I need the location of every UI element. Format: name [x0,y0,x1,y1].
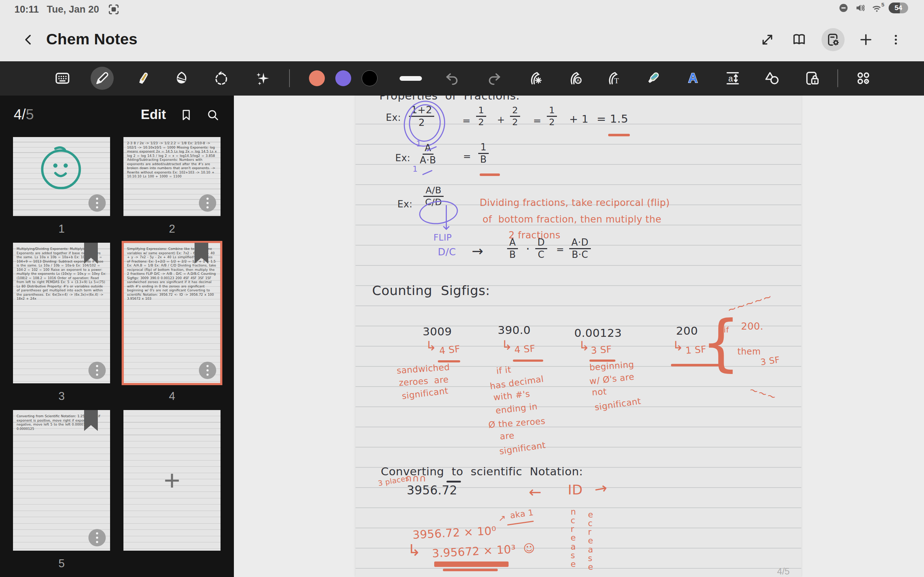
back-button[interactable] [17,28,40,51]
thumbnail-menu-button[interactable] [89,529,106,546]
ink-rule [480,174,500,176]
ink-text: Dividing fractions, take reciporcal (fli… [480,198,670,208]
toolbar-separator [837,69,838,87]
ink-text: them [737,347,761,356]
battery-percent: 54 [888,3,908,13]
ink-text: + [497,115,505,125]
ink-text: = [462,116,471,126]
undo-button[interactable] [440,67,464,90]
coral-color-dot [309,70,325,86]
ink-text: ~~~ [748,384,778,403]
ink-text: = 1.5 [597,113,628,125]
pen-toolbar: A T A [0,61,924,95]
ink-text: has decimal [489,375,544,391]
thumbnail-menu-button[interactable] [199,194,216,212]
redo-button[interactable] [483,67,506,90]
svg-text:A: A [688,71,698,85]
ink-text: 200. [741,321,763,331]
ink-rule [608,134,630,136]
svg-text:a: a [729,74,733,83]
ink-text: Counting Sigfigs: [372,284,490,298]
page-thumbnail-3[interactable]: Multiplying/Dividing Exponents: Multiply… [13,243,110,384]
ink-text: not [591,387,607,397]
ink-text: ↗ [498,514,506,523]
pen-color-black-swatch[interactable] [358,67,381,90]
ink-text: = [533,116,541,126]
page-thumbnail-1[interactable] [13,137,110,216]
thumbnail-menu-button[interactable] [89,362,106,379]
ink-text: 4 SF [439,344,461,356]
decorative-pen-button[interactable] [641,67,664,90]
search-pages-button[interactable] [204,106,221,124]
add-new-page-tile[interactable]: + [123,410,221,551]
more-menu-button[interactable] [884,28,908,51]
do-not-disturb-icon [838,3,849,13]
page-lock-button[interactable] [801,67,824,90]
ink-rule [507,521,534,525]
ink-text: significant [499,441,546,456]
keyboard-tool-button[interactable] [51,67,74,90]
ink-text: ∩∩∩ [405,474,426,483]
ai-assist-sparkles-button[interactable] [251,67,274,90]
ink-text: 3956.72 × 10⁰ [412,525,497,541]
page-thumbnail-5[interactable]: Converting from Scientific Notation: 1.2… [13,410,110,551]
ink-rule [446,481,461,482]
more-tools-button[interactable] [852,67,875,90]
page-thumbnail-2[interactable]: 2-3 8 / 2e -> 1/23 -> 1/2.2.2 = 1/8 Ex: … [123,137,221,216]
ink-text: zeroes are [399,375,449,388]
eraser-tool-button[interactable] [170,67,193,90]
thumbnail-menu-button[interactable] [199,362,216,379]
ink-text: 4 SF [514,344,536,355]
ink-text: ↳ [578,339,590,353]
ink-rule [443,569,498,571]
mute-vibrate-icon [855,3,866,13]
text-style-button[interactable]: A [682,67,704,90]
canvas-page-indicator: 4/5 [777,566,790,577]
notebook-page[interactable]: Properties of Fractions:Ex:1+22=12+22=12… [355,95,801,577]
screen-capture-icon [107,3,120,16]
reading-mode-button[interactable] [788,28,811,51]
ink-frac: 22 [510,106,520,127]
highlighter-tool-button[interactable] [131,67,154,90]
page-settings-button[interactable] [822,28,845,51]
ink-rule [434,561,509,567]
handwriting-to-text-button[interactable]: T [602,67,625,90]
toolbar-separator [289,69,290,87]
thumbnail-number: 3 [13,390,110,403]
bookmark-filter-button[interactable] [178,106,195,124]
thumbnail-menu-button[interactable] [89,194,106,212]
ink-text: ending in [495,402,538,416]
ink-text: 390.0 [498,324,531,336]
pen-tool-button[interactable] [90,67,114,90]
page-thumbnail-sidebar: 4/5 Edit 2-3 8 / 2e -> 1/23 -> 1/2.2.2 =… [0,95,234,577]
pen-color-coral-swatch[interactable] [305,67,328,90]
fullscreen-button[interactable] [756,28,779,51]
thumbnail-number: 4 [123,390,221,403]
stroke-width-button[interactable] [399,67,422,90]
status-bar: 10:11 Tue, Jan 20 [0,0,924,18]
svg-text:A: A [577,78,580,83]
ink-text: 3 SF [591,344,612,356]
ink-text: Ø the zeroes [488,417,546,430]
notes-app: 10:11 Tue, Jan 20 [0,0,924,577]
ink-frac: 12 [547,106,557,127]
page-thumbnail-4-selected[interactable]: Simplifying Expressions: Combine like te… [123,243,221,384]
text-spacing-button[interactable]: a [721,67,744,90]
ink-text: are [499,431,515,442]
canvas-workspace: Properties of Fractions:Ex:1+22=12+22=12… [234,95,924,577]
status-date: Tue, Jan 20 [47,4,99,15]
convert-to-text-button[interactable]: A [564,67,586,90]
handwriting-beautify-button[interactable] [524,67,547,90]
lasso-select-tool-button[interactable] [210,67,233,90]
ink-text: significant [401,386,449,401]
add-page-button[interactable] [855,28,877,51]
edit-pages-button[interactable]: Edit [141,107,166,122]
pen-color-purple-swatch[interactable] [332,67,355,90]
ink-text: aka 1 [510,508,534,520]
ink-text: ↳ [426,339,437,353]
battery-indicator: 54 [888,3,908,13]
ink-text: of bottom fraction, then mutiply the [483,214,661,224]
ink-text: 1 [416,140,422,148]
shapes-tool-button[interactable] [761,67,783,90]
ink-text: FLIP [433,233,452,242]
